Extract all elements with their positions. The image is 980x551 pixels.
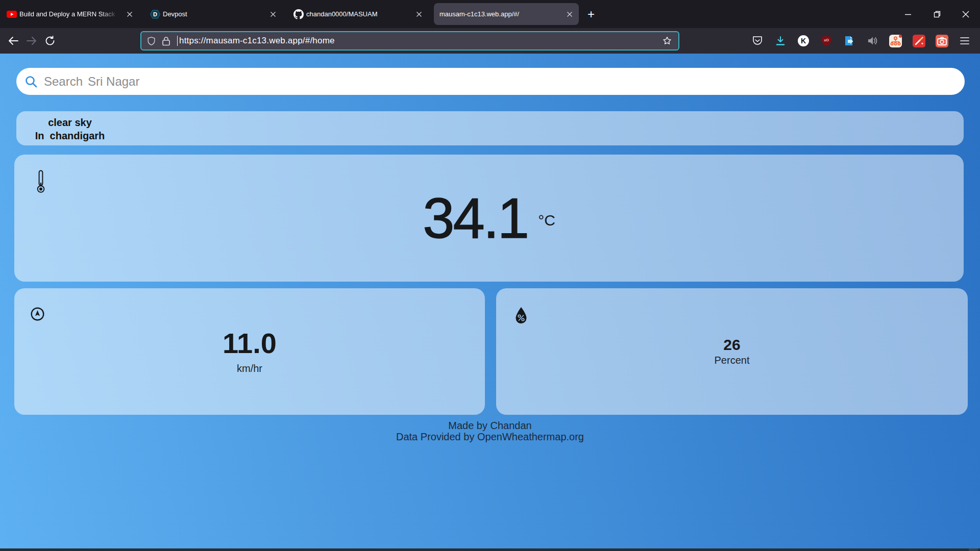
bottom-strip-highlight (969, 548, 978, 551)
svg-text:K: K (801, 37, 806, 45)
devpost-icon: D (150, 9, 160, 19)
tracking-shield-icon[interactable] (146, 36, 156, 46)
bottom-edge-strip (0, 548, 980, 551)
downloads-icon[interactable] (772, 33, 789, 49)
pocket-icon[interactable] (749, 33, 766, 49)
navigation-toolbar: https://mausam-c1c13.web.app/#/home K uO (0, 28, 980, 54)
tab-bar: Build and Deploy a MERN Stack D Devpost … (0, 0, 980, 28)
back-button[interactable] (5, 33, 21, 49)
condition-banner: clear sky In chandigarh (16, 111, 964, 145)
thermometer-icon (37, 170, 45, 195)
footer-credit: Made by Chandan (0, 420, 980, 432)
keepa-icon[interactable]: K (795, 33, 812, 49)
footer-data-source: Data Provided by OpenWheathermap.org (0, 432, 980, 443)
tab-github[interactable]: chandan0000/MASUAM (291, 3, 428, 25)
condition-description: clear sky (16, 116, 124, 129)
magic-wand-icon[interactable] (911, 33, 927, 49)
new-tab-button[interactable]: + (583, 7, 599, 22)
weather-app-page: Search Sri Nagar clear sky In chandigarh… (0, 54, 980, 548)
tab-title: Devpost (163, 10, 265, 18)
search-icon (24, 75, 38, 88)
search-value: Sri Nagar (88, 74, 139, 89)
text-caret (177, 36, 178, 46)
reload-button[interactable] (42, 33, 58, 49)
forward-button[interactable] (23, 33, 40, 49)
humidity-icon (514, 307, 528, 326)
window-close-button[interactable] (951, 0, 980, 28)
humidity-value: 26 (723, 337, 740, 353)
tab-title: chandan0000/MASUAM (306, 10, 411, 18)
search-placeholder: Search (44, 74, 83, 89)
tab-close-icon[interactable] (125, 9, 135, 19)
wind-direction-icon (31, 307, 44, 323)
temperature-value: 34.1 (423, 190, 528, 247)
ublock-origin-icon[interactable]: uO (818, 33, 835, 49)
wind-card: 11.0 km/hr (14, 288, 485, 415)
camera-icon[interactable] (934, 33, 950, 49)
speaker-icon[interactable] (864, 33, 880, 49)
github-icon (293, 9, 304, 19)
footer: Made by Chandan Data Provided by OpenWhe… (0, 420, 980, 442)
menu-icon[interactable] (957, 33, 973, 49)
condition-preposition: In (35, 130, 44, 141)
tab-youtube[interactable]: Build and Deploy a MERN Stack (4, 3, 139, 25)
sitemap-icon[interactable] (887, 33, 903, 49)
tab-devpost[interactable]: D Devpost (148, 3, 282, 25)
bookmark-star-icon[interactable] (662, 36, 672, 46)
window-restore-button[interactable] (922, 0, 951, 28)
page-arrow-icon[interactable] (841, 33, 857, 49)
url-bar[interactable]: https://mausam-c1c13.web.app/#/home (140, 31, 679, 51)
window-minimize-button[interactable] (893, 0, 922, 28)
wind-speed-value: 11.0 (223, 329, 277, 358)
temperature-unit: °C (538, 212, 555, 229)
tab-mausam-active[interactable]: mausam-c1c13.web.app/#/ (434, 3, 579, 25)
search-input[interactable]: Search Sri Nagar (16, 68, 965, 95)
tab-close-icon[interactable] (268, 9, 278, 19)
youtube-icon (7, 9, 17, 19)
tab-close-icon[interactable] (565, 9, 575, 19)
condition-city: chandigarh (50, 130, 105, 141)
temperature-card: 34.1 °C (14, 155, 964, 282)
url-text[interactable]: https://mausam-c1c13.web.app/#/home (179, 36, 335, 46)
tab-title: Build and Deploy a MERN Stack (19, 10, 121, 18)
svg-text:uO: uO (824, 38, 829, 42)
humidity-card: 26 Percent (496, 288, 968, 415)
tab-close-icon[interactable] (414, 9, 424, 19)
wind-speed-unit: km/hr (237, 363, 262, 374)
svg-text:D: D (153, 11, 157, 17)
humidity-unit: Percent (715, 355, 750, 366)
lock-icon[interactable] (162, 36, 170, 46)
tab-title: mausam-c1c13.web.app/#/ (439, 10, 561, 18)
